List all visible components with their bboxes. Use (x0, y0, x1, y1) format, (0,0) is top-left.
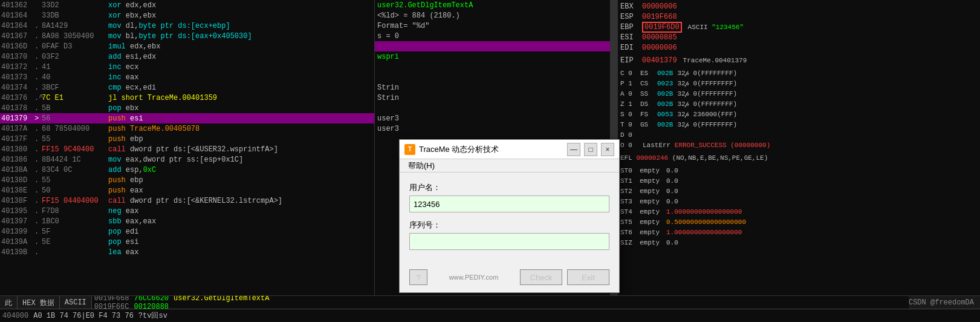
exit-btn[interactable]: Exit (567, 269, 609, 285)
log-row: user32.GetDlgItemTextA (375, 0, 610, 10)
dialog-close-btn[interactable]: × (601, 143, 614, 156)
disasm-row[interactable]: 401397 . 1BC0 sbb eax,eax (0, 216, 374, 226)
serial-label: 序列号： (409, 220, 609, 231)
hex-bottom: 此 HEX 数据 ASCII 0019F668 76CC6620 user32.… (0, 295, 980, 322)
username-input[interactable] (409, 196, 609, 212)
reg-esi-row: ESI 00000885 (620, 32, 978, 42)
seg-ds-row: Z 1 DS 002B 32𝓅 0(FFFFFFFF) (620, 99, 978, 109)
hex-status-row: 此 HEX 数据 ASCII 0019F668 76CC6620 user32.… (0, 296, 980, 309)
username-label: 用户名： (409, 182, 609, 193)
disasm-row[interactable]: 401373 . 40 inc eax (0, 72, 374, 82)
tab-ascii[interactable]: ASCII (60, 296, 92, 309)
dialog-body: 用户名： 序列号： (400, 172, 619, 267)
stack-row-2: 0019F66C 00120888 (92, 303, 272, 309)
dialog-menu-help[interactable]: 帮助(H) (403, 159, 440, 172)
seg-cs-row: P 1 CS 0023 32𝓅 0(FFFFFFFF) (620, 78, 978, 88)
st4-row: ST4 empty 1.00000000000000000 (620, 206, 978, 217)
reg-esp-row: ESP 0019F668 (620, 12, 978, 22)
dialog-maximize-btn[interactable]: □ (584, 143, 597, 156)
dialog-title-bar: T TraceMe 动态分析技术 — □ × (400, 140, 619, 159)
disasm-row[interactable]: 40138A . 83C4 0C add esp,0xC (0, 165, 374, 175)
reg-eip-row: EIP 00401379 TraceMe.00401379 (620, 55, 978, 65)
st1-row: ST1 empty 0.0 (620, 176, 978, 186)
st2-row: ST2 empty 0.0 (620, 186, 978, 196)
tab-hex[interactable]: HEX 数据 (18, 296, 60, 309)
reg-ebx-row: EBX 00000006 (620, 1, 978, 12)
help-btn[interactable]: ? (409, 269, 427, 285)
st5-row: ST5 empty 0.500000000000000000 (620, 217, 978, 227)
disasm-row[interactable]: 401380 . FF15 9C40400 call dword ptr ds:… (0, 144, 374, 154)
log-row: user3 (375, 123, 610, 134)
disasm-row[interactable]: 40137A . 68 78504000 push TraceMe.004050… (0, 123, 374, 134)
tab-this[interactable]: 此 (0, 296, 18, 309)
reg-edi-row: EDI 00000006 (620, 42, 978, 53)
dialog-minimize-btn[interactable]: — (567, 143, 580, 156)
serial-field: 序列号： (409, 220, 609, 250)
st0-row: ST0 empty 0.0 (620, 165, 978, 176)
log-row: s = 0 (375, 31, 610, 41)
seg-o-row: O 0 LastErr ERROR_SUCCESS (00000000) (620, 140, 978, 150)
dialog-footer: ? www.PEDIY.com Check Exit (400, 267, 619, 292)
disasm-row[interactable]: 40139B . lea eax (0, 247, 374, 257)
watermark: CSDN @freedomDA (909, 296, 980, 309)
disasm-row[interactable]: 401374 . 3BCF cmp ecx,edi (0, 82, 374, 93)
log-row: wspri (375, 51, 610, 62)
seg-es-row: C 0 ES 002B 32𝓅 0(FFFFFFFF) (620, 68, 978, 78)
disasm-row-active[interactable]: 401379 > 56 push esi (0, 113, 374, 123)
disasm-row[interactable]: 401399 . 5F pop edi (0, 226, 374, 237)
username-field: 用户名： (409, 182, 609, 212)
disasm-row[interactable]: 40138E . 50 push eax (0, 185, 374, 196)
disasm-row[interactable]: 401364 . 8A1429 mov dl,byte ptr ds:[ecx+… (0, 21, 374, 31)
st6-row: ST6 empty 1.00000000000000000 (620, 227, 978, 237)
log-row (375, 103, 610, 113)
disasm-row[interactable]: 40136D . 0FAF D3 imul edx,ebx (0, 41, 374, 51)
disasm-row[interactable]: 401395 . F7D8 neg eax (0, 206, 374, 216)
dialog-app-icon: T (404, 144, 415, 155)
log-row (375, 72, 610, 82)
st3-row: ST3 empty 0.0 (620, 196, 978, 206)
disasm-row[interactable]: 401386 . 8B4424 1C mov eax,dword ptr ss:… (0, 154, 374, 165)
log-row: <%ld> = 884 (2180.) (375, 10, 610, 21)
disasm-row[interactable]: 40139A . 5E pop esi (0, 237, 374, 247)
siz-row: SIZ empty 0.0 (620, 237, 978, 248)
log-row: Strin (375, 82, 610, 93)
disasm-row[interactable]: 401378 . 5B pop ebx (0, 103, 374, 113)
disasm-panel: 401362 33D2 xor edx,edx 401364 33DB xor … (0, 0, 375, 295)
registers-panel: EBX 00000006 ESP 0019F668 EBP 0019F6D0 A… (618, 0, 980, 295)
log-row: Format= "%d" (375, 21, 610, 31)
disasm-row[interactable]: 401372 . 41 inc ecx (0, 62, 374, 72)
disasm-row[interactable]: 401367 . 8A98 3050400 mov bl,byte ptr ds… (0, 31, 374, 41)
log-row: Strin (375, 93, 610, 103)
reg-ebp-row: EBP 0019F6D0 ASCII "123456" (620, 22, 978, 32)
check-btn[interactable]: Check (520, 269, 562, 285)
seg-gs-row: T 0 GS 002B 32𝓅 0(FFFFFFFF) (620, 119, 978, 130)
seg-d-row: D 0 (620, 130, 978, 140)
disasm-row[interactable]: 401370 . 03F2 add esi,edx (0, 51, 374, 62)
stack-row-1: 0019F668 76CC6620 user32.GetDlgItemTextA (92, 296, 272, 303)
log-row: user3 (375, 113, 610, 123)
disasm-row[interactable]: 401362 33D2 xor edx,edx (0, 0, 374, 10)
log-row (375, 62, 610, 72)
seg-ss-row: A 0 SS 002B 32𝓅 0(FFFFFFFF) (620, 88, 978, 99)
disasm-row[interactable]: 401364 33DB xor ebx,ebx (0, 10, 374, 21)
dialog-title: TraceMe 动态分析技术 (419, 144, 563, 155)
disasm-row[interactable]: 40138D . 55 push ebp (0, 175, 374, 185)
efl-row: EFL 00000246 (NO,NB,E,BE,NS,PE,GE,LE) (620, 153, 978, 163)
serial-input[interactable] (409, 233, 609, 250)
dialog-menubar: 帮助(H) (400, 159, 619, 172)
disasm-row[interactable]: 40137F . 55 push ebp (0, 134, 374, 144)
hex-data-row: 404000 A0 1B 74 76|E0 F4 73 76 ?tv回sv (0, 309, 980, 322)
seg-fs-row: S 0 FS 0053 32𝓅 236000(FFF) (620, 109, 978, 119)
traceme-dialog: T TraceMe 动态分析技术 — □ × 帮助(H) 用户名： 序列号： ?… (399, 139, 620, 293)
website-text: www.PEDIY.com (432, 274, 515, 281)
disasm-row[interactable]: 40138F . FF15 04404000 call dword ptr ds… (0, 196, 374, 206)
log-row-active (375, 41, 610, 51)
disasm-row[interactable]: 401376 .^ 7C E1 jl short TraceMe.0040135… (0, 93, 374, 103)
